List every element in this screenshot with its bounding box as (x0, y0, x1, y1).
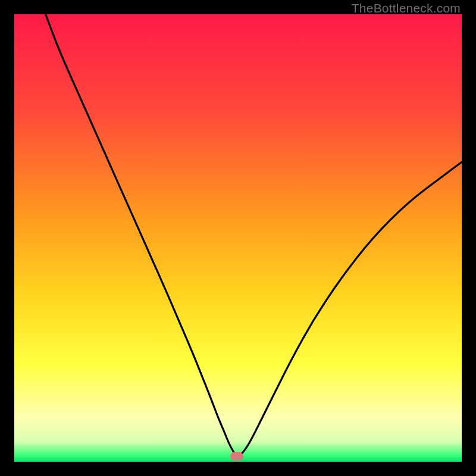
optimal-point-marker (230, 452, 243, 461)
bottleneck-chart (14, 14, 462, 462)
watermark-text: TheBottleneck.com (352, 1, 461, 15)
chart-frame (14, 14, 462, 462)
chart-background (14, 14, 462, 462)
